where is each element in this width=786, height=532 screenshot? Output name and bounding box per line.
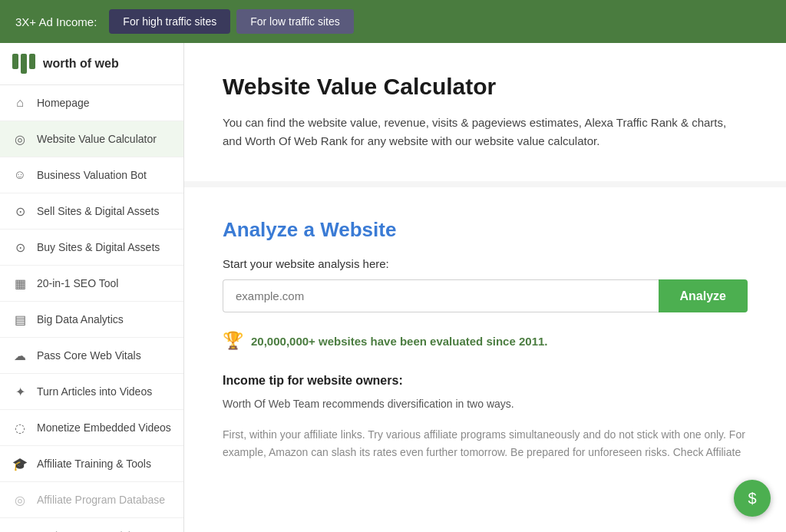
nav-icon-big-data: ▤	[12, 312, 28, 327]
logo-bar-1	[12, 54, 18, 69]
trophy-text: 20,000,000+ websites have been evaluated…	[251, 335, 548, 348]
nav-label-pass-core-web: Pass Core Web Vitals	[37, 349, 141, 362]
nav-icon-affiliate-tools: 🎓	[12, 456, 28, 471]
dollar-icon: $	[748, 490, 756, 507]
nav-list: ⌂ Homepage ◎ Website Value Calculator ☺ …	[0, 85, 183, 532]
sidebar-item-monetize-videos[interactable]: ◌ Monetize Embedded Videos	[0, 410, 183, 446]
sidebar-item-explore-niches: ◎ Explore 1,000+ Niches	[0, 518, 183, 532]
floating-action-button[interactable]: $	[734, 480, 771, 517]
hero-section: Website Value Calculator You can find th…	[184, 43, 786, 187]
trophy-icon: 🏆	[223, 331, 243, 351]
sidebar-item-business-valuation-bot[interactable]: ☺ Business Valuation Bot	[0, 157, 183, 193]
nav-icon-explore-niches: ◎	[12, 528, 28, 532]
sidebar-item-big-data[interactable]: ▤ Big Data Analytics	[0, 302, 183, 338]
banner-label: 3X+ Ad Income:	[15, 15, 97, 28]
logo-bar-2	[21, 54, 27, 74]
logo-icon	[12, 54, 35, 74]
logo-text: worth of web	[43, 57, 119, 71]
nav-label-business-valuation-bot: Business Valuation Bot	[37, 169, 147, 181]
logo-bar-3	[29, 54, 35, 69]
sidebar-item-seo-tool[interactable]: ▦ 20-in-1 SEO Tool	[0, 266, 183, 302]
main-layout: worth of web ⌂ Homepage ◎ Website Value …	[0, 43, 786, 532]
income-tip-line1: Worth Of Web Team recommends diversifica…	[223, 395, 748, 412]
low-traffic-btn[interactable]: For low traffic sites	[236, 9, 353, 34]
url-input[interactable]	[223, 279, 659, 312]
page-title: Website Value Calculator	[223, 74, 748, 100]
hero-description: You can find the website value, revenue,…	[223, 114, 748, 150]
sidebar: worth of web ⌂ Homepage ◎ Website Value …	[0, 43, 184, 532]
nav-label-website-value-calculator: Website Value Calculator	[37, 133, 157, 145]
analyze-label: Start your website analysis here:	[223, 257, 748, 270]
nav-label-monetize-videos: Monetize Embedded Videos	[37, 421, 171, 434]
content-area: Website Value Calculator You can find th…	[184, 43, 786, 532]
income-tip-line2: First, within your affiliate links. Try …	[223, 426, 748, 461]
nav-icon-pass-core-web: ☁	[12, 348, 28, 363]
nav-icon-affiliate-db: ◎	[12, 492, 28, 507]
nav-icon-sell-sites: ⊙	[12, 203, 28, 219]
nav-label-articles-videos: Turn Articles into Videos	[37, 385, 152, 398]
nav-icon-seo-tool: ▦	[12, 276, 28, 291]
sidebar-item-sell-sites[interactable]: ⊙ Sell Sites & Digital Assets	[0, 193, 183, 230]
nav-label-buy-sites: Buy Sites & Digital Assets	[37, 241, 160, 253]
top-banner: 3X+ Ad Income: For high traffic sites Fo…	[0, 0, 786, 43]
analyze-button[interactable]: Analyze	[659, 279, 748, 312]
logo-area: worth of web	[0, 43, 183, 85]
nav-label-affiliate-db: Affiliate Program Database	[37, 494, 165, 506]
nav-icon-monetize-videos: ◌	[12, 420, 28, 435]
nav-label-sell-sites: Sell Sites & Digital Assets	[37, 205, 160, 217]
nav-icon-articles-videos: ✦	[12, 384, 28, 399]
sidebar-item-website-value-calculator[interactable]: ◎ Website Value Calculator	[0, 121, 183, 157]
nav-icon-website-value-calculator: ◎	[12, 131, 28, 147]
analyze-section: Analyze a Website Start your website ana…	[184, 187, 786, 491]
nav-label-affiliate-tools: Affiliate Training & Tools	[37, 458, 151, 470]
nav-icon-buy-sites: ⊙	[12, 240, 28, 255]
sidebar-item-homepage[interactable]: ⌂ Homepage	[0, 85, 183, 121]
sidebar-item-affiliate-db: ◎ Affiliate Program Database	[0, 482, 183, 518]
analyze-input-row: Analyze	[223, 279, 748, 312]
sidebar-item-pass-core-web[interactable]: ☁ Pass Core Web Vitals	[0, 338, 183, 374]
nav-icon-homepage: ⌂	[12, 95, 28, 111]
sidebar-item-articles-videos[interactable]: ✦ Turn Articles into Videos	[0, 374, 183, 410]
sidebar-item-buy-sites[interactable]: ⊙ Buy Sites & Digital Assets	[0, 230, 183, 266]
nav-icon-business-valuation-bot: ☺	[12, 167, 28, 183]
analyze-title: Analyze a Website	[223, 218, 748, 242]
sidebar-item-affiliate-tools[interactable]: 🎓 Affiliate Training & Tools	[0, 446, 183, 482]
income-tip-title: Income tip for website owners:	[223, 374, 748, 388]
nav-label-big-data: Big Data Analytics	[37, 313, 124, 325]
high-traffic-btn[interactable]: For high traffic sites	[109, 9, 230, 34]
nav-label-homepage: Homepage	[37, 97, 90, 109]
trophy-row: 🏆 20,000,000+ websites have been evaluat…	[223, 331, 748, 351]
nav-label-seo-tool: 20-in-1 SEO Tool	[37, 277, 118, 289]
